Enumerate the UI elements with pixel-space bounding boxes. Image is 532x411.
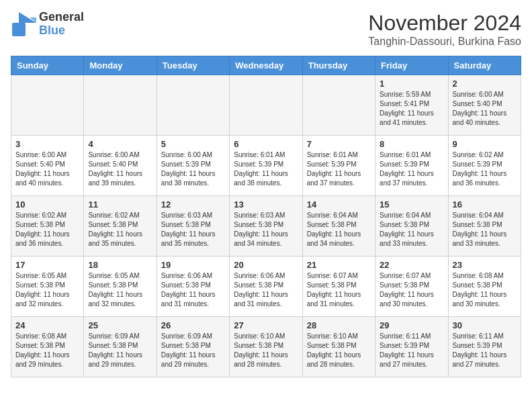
calendar-cell — [84, 75, 157, 136]
sunset-text: Sunset: 5:38 PM — [380, 281, 429, 289]
calendar-cell: 3 Sunrise: 6:00 AM Sunset: 5:40 PM Dayli… — [11, 136, 84, 196]
sunrise-text: Sunrise: 6:01 AM — [380, 151, 431, 158]
day-number: 27 — [234, 320, 298, 330]
sunrise-text: Sunrise: 6:02 AM — [15, 212, 66, 219]
calendar-cell: 1 Sunrise: 5:59 AM Sunset: 5:41 PM Dayli… — [375, 75, 448, 136]
sunset-text: Sunset: 5:41 PM — [380, 100, 429, 107]
day-number: 11 — [88, 199, 152, 210]
day-info: Sunrise: 6:08 AM Sunset: 5:38 PM Dayligh… — [453, 271, 517, 309]
page-header: General Blue November 2024 Tanghin-Dasso… — [11, 11, 521, 48]
calendar-header: SundayMondayTuesdayWednesdayThursdayFrid… — [11, 56, 521, 75]
daylight-text: Daylight: 11 hours and 35 minutes. — [161, 230, 216, 247]
sunrise-text: Sunrise: 6:05 AM — [88, 272, 139, 279]
sunrise-text: Sunrise: 6:01 AM — [307, 151, 358, 158]
calendar-cell: 5 Sunrise: 6:00 AM Sunset: 5:39 PM Dayli… — [157, 136, 229, 196]
month-year: November 2024 — [368, 11, 521, 36]
sunset-text: Sunset: 5:38 PM — [161, 221, 211, 228]
day-number: 12 — [161, 199, 225, 210]
day-info: Sunrise: 6:09 AM Sunset: 5:38 PM Dayligh… — [161, 332, 225, 369]
calendar-week-2: 3 Sunrise: 6:00 AM Sunset: 5:40 PM Dayli… — [11, 136, 521, 196]
sunset-text: Sunset: 5:39 PM — [380, 161, 429, 168]
day-info: Sunrise: 6:10 AM Sunset: 5:38 PM Dayligh… — [307, 332, 371, 369]
day-number: 24 — [15, 320, 79, 330]
daylight-text: Daylight: 11 hours and 31 minutes. — [161, 291, 216, 308]
day-number: 21 — [307, 260, 371, 270]
day-number: 28 — [307, 320, 371, 330]
day-info: Sunrise: 6:05 AM Sunset: 5:38 PM Dayligh… — [88, 271, 152, 309]
logo: General Blue — [11, 11, 84, 38]
daylight-text: Daylight: 11 hours and 37 minutes. — [380, 170, 434, 187]
day-info: Sunrise: 6:01 AM Sunset: 5:39 PM Dayligh… — [307, 150, 371, 188]
sunrise-text: Sunrise: 6:08 AM — [453, 272, 504, 279]
daylight-text: Daylight: 11 hours and 31 minutes. — [307, 291, 361, 308]
sunrise-text: Sunrise: 6:07 AM — [307, 272, 358, 279]
day-number: 18 — [88, 260, 152, 270]
daylight-text: Daylight: 11 hours and 28 minutes. — [234, 351, 288, 368]
day-number: 8 — [380, 139, 443, 149]
svg-rect-0 — [12, 23, 26, 36]
daylight-text: Daylight: 11 hours and 40 minutes. — [453, 109, 507, 126]
calendar-table: SundayMondayTuesdayWednesdayThursdayFrid… — [11, 56, 521, 377]
weekday-header-friday: Friday — [375, 56, 448, 75]
sunset-text: Sunset: 5:39 PM — [307, 161, 357, 168]
daylight-text: Daylight: 11 hours and 40 minutes. — [15, 170, 70, 187]
calendar-cell: 9 Sunrise: 6:02 AM Sunset: 5:39 PM Dayli… — [448, 136, 521, 196]
day-number: 2 — [453, 79, 517, 89]
sunrise-text: Sunrise: 6:00 AM — [15, 151, 66, 158]
sunrise-text: Sunrise: 6:05 AM — [15, 272, 66, 279]
day-info: Sunrise: 6:06 AM Sunset: 5:38 PM Dayligh… — [161, 271, 225, 309]
day-info: Sunrise: 6:00 AM Sunset: 5:39 PM Dayligh… — [161, 150, 225, 188]
daylight-text: Daylight: 11 hours and 29 minutes. — [15, 351, 70, 368]
sunset-text: Sunset: 5:38 PM — [234, 221, 283, 228]
day-number: 13 — [234, 199, 298, 210]
day-number: 3 — [15, 139, 79, 149]
sunrise-text: Sunrise: 6:02 AM — [453, 151, 504, 158]
sunrise-text: Sunrise: 6:03 AM — [161, 212, 212, 219]
sunrise-text: Sunrise: 6:03 AM — [234, 212, 285, 219]
sunrise-text: Sunrise: 6:11 AM — [453, 332, 504, 340]
sunrise-text: Sunrise: 6:08 AM — [15, 332, 66, 340]
calendar-cell: 12 Sunrise: 6:03 AM Sunset: 5:38 PM Dayl… — [157, 196, 229, 257]
sunset-text: Sunset: 5:38 PM — [234, 281, 283, 289]
logo-blue: Blue — [39, 24, 65, 37]
sunrise-text: Sunrise: 6:06 AM — [234, 272, 285, 279]
sunset-text: Sunset: 5:38 PM — [307, 281, 357, 289]
day-info: Sunrise: 6:00 AM Sunset: 5:40 PM Dayligh… — [15, 150, 79, 188]
sunrise-text: Sunrise: 6:00 AM — [161, 151, 212, 158]
day-number: 25 — [88, 320, 152, 330]
daylight-text: Daylight: 11 hours and 30 minutes. — [453, 291, 507, 308]
day-number: 19 — [161, 260, 225, 270]
day-number: 17 — [15, 260, 79, 270]
day-info: Sunrise: 6:00 AM Sunset: 5:40 PM Dayligh… — [88, 150, 152, 188]
sunset-text: Sunset: 5:38 PM — [88, 342, 138, 349]
daylight-text: Daylight: 11 hours and 36 minutes. — [15, 230, 70, 247]
calendar-body: 1 Sunrise: 5:59 AM Sunset: 5:41 PM Dayli… — [11, 75, 521, 377]
sunset-text: Sunset: 5:39 PM — [453, 161, 502, 168]
daylight-text: Daylight: 11 hours and 35 minutes. — [88, 230, 142, 247]
calendar-cell — [230, 75, 302, 136]
sunrise-text: Sunrise: 6:04 AM — [380, 212, 431, 219]
calendar-cell: 16 Sunrise: 6:04 AM Sunset: 5:38 PM Dayl… — [448, 196, 521, 257]
day-info: Sunrise: 6:08 AM Sunset: 5:38 PM Dayligh… — [15, 332, 79, 369]
calendar-week-4: 17 Sunrise: 6:05 AM Sunset: 5:38 PM Dayl… — [11, 257, 521, 317]
sunset-text: Sunset: 5:38 PM — [453, 221, 502, 228]
calendar-cell: 24 Sunrise: 6:08 AM Sunset: 5:38 PM Dayl… — [11, 317, 84, 377]
daylight-text: Daylight: 11 hours and 38 minutes. — [161, 170, 216, 187]
daylight-text: Daylight: 11 hours and 31 minutes. — [234, 291, 288, 308]
sunset-text: Sunset: 5:38 PM — [380, 221, 429, 228]
calendar-cell: 13 Sunrise: 6:03 AM Sunset: 5:38 PM Dayl… — [230, 196, 302, 257]
sunset-text: Sunset: 5:39 PM — [380, 342, 429, 349]
logo-general: General — [39, 10, 84, 24]
day-info: Sunrise: 6:05 AM Sunset: 5:38 PM Dayligh… — [15, 271, 79, 309]
calendar-week-5: 24 Sunrise: 6:08 AM Sunset: 5:38 PM Dayl… — [11, 317, 521, 377]
day-number: 30 — [453, 320, 517, 330]
sunset-text: Sunset: 5:38 PM — [161, 281, 211, 289]
calendar-cell: 18 Sunrise: 6:05 AM Sunset: 5:38 PM Dayl… — [84, 257, 157, 317]
calendar-cell: 4 Sunrise: 6:00 AM Sunset: 5:40 PM Dayli… — [84, 136, 157, 196]
daylight-text: Daylight: 11 hours and 32 minutes. — [15, 291, 70, 308]
day-info: Sunrise: 6:07 AM Sunset: 5:38 PM Dayligh… — [307, 271, 371, 309]
sunset-text: Sunset: 5:39 PM — [161, 161, 211, 168]
sunrise-text: Sunrise: 6:02 AM — [88, 212, 139, 219]
sunset-text: Sunset: 5:38 PM — [88, 221, 138, 228]
weekday-header-thursday: Thursday — [302, 56, 375, 75]
